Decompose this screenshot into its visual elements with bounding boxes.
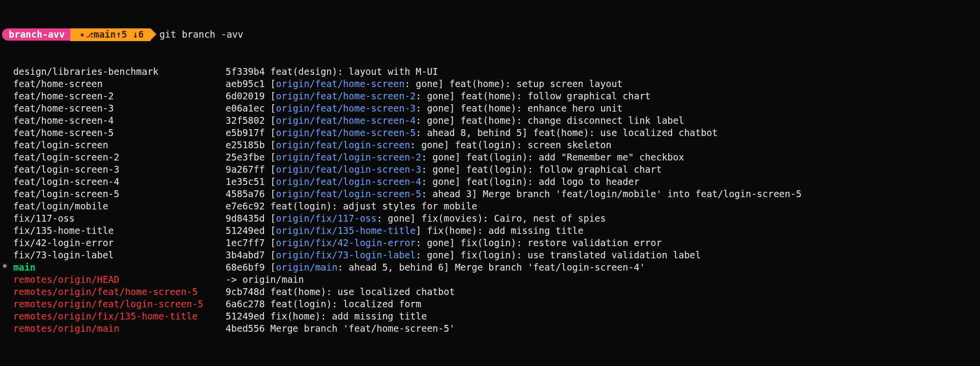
tracking-status: : gone — [416, 91, 450, 101]
commit-subject: feat(design): layout with M-UI — [270, 66, 438, 77]
upstream-ref: origin/fix/117-oss — [276, 213, 377, 224]
current-marker — [2, 139, 13, 150]
branch-row: feat/home-screen-2 6d02019 [origin/feat/… — [2, 90, 978, 102]
tracking-status: : ahead 3 — [421, 188, 472, 199]
branch-row: feat/login/mobile e7e6c92 feat(login): a… — [2, 200, 978, 212]
branch-row: design/libraries-benchmark 5f339b4 feat(… — [2, 66, 978, 78]
branch-name: remotes/origin/main — [13, 323, 226, 334]
commit-sha: 6d02019 — [226, 91, 265, 101]
tracking-status: : gone — [416, 103, 450, 114]
tracking-status: : gone — [410, 139, 444, 150]
commit-sha: e06a1ec — [226, 103, 265, 114]
commit-subject: feat(login): add "Remember me" checkbox — [466, 152, 684, 162]
upstream-ref: origin/feat/login-screen-3 — [276, 164, 421, 175]
upstream-ref: origin/fix/73-login-label — [276, 250, 416, 260]
commit-subject: feat(home): follow graphical chart — [460, 91, 651, 101]
commit-sha: 9d8435d — [226, 213, 265, 224]
commit-subject: fix(home): add missing title — [270, 311, 427, 321]
branch-name: remotes/origin/HEAD — [13, 274, 226, 285]
tracking-status: : gone — [376, 213, 410, 224]
commit-subject: feat(login): follow graphical chart — [466, 164, 662, 175]
current-marker — [2, 213, 13, 224]
commit-sha: 32f5802 — [226, 115, 265, 126]
terminal[interactable]: branch-avv✖⎇main↑5 ↓6git branch -avv des… — [0, 0, 980, 357]
commit-sha: 9a267ff — [226, 164, 265, 175]
prompt-dir-badge: branch-avv — [2, 28, 70, 41]
commit-subject: Merge branch 'feat/login-screen-4' — [455, 262, 645, 273]
tracking-status: : gone — [421, 164, 455, 175]
current-marker — [2, 323, 13, 334]
current-marker — [2, 225, 13, 236]
commit-sha: 4585a76 — [226, 188, 265, 199]
branch-name: feat/home-screen-3 — [13, 103, 226, 114]
tracking-status: : gone — [416, 250, 450, 260]
command-text: git branch -avv — [159, 29, 243, 40]
current-marker — [2, 298, 13, 309]
git-branch-icon: ⎇ — [86, 31, 93, 39]
commit-sha: 68e6bf9 — [226, 262, 265, 273]
current-marker — [2, 91, 13, 101]
commit-sha: e7e6c92 — [226, 201, 265, 211]
commit-subject: feat(home): setup screen layout — [449, 78, 623, 89]
branch-row: fix/135-home-title 51249ed [origin/fix/1… — [2, 225, 978, 237]
branch-name: main — [13, 262, 226, 273]
upstream-ref: origin/feat/home-screen-2 — [276, 91, 416, 101]
commit-subject: feat(home): change disconnect link label — [460, 115, 684, 126]
current-marker — [2, 250, 13, 260]
tracking-status: : ahead 8, behind 5 — [416, 127, 522, 138]
prompt-dir-label: branch-avv — [9, 29, 65, 40]
branch-row: fix/117-oss 9d8435d [origin/fix/117-oss:… — [2, 212, 978, 225]
tracking-status: : gone — [416, 115, 450, 126]
current-marker — [2, 274, 13, 285]
upstream-ref: origin/feat/home-screen-4 — [276, 115, 416, 126]
branch-name: feat/login-screen-5 — [13, 188, 226, 199]
commit-sha: 5f339b4 — [226, 66, 265, 77]
commit-subject: fix(login): restore validation error — [460, 237, 662, 248]
commit-subject: feat(login): screen skeleton — [455, 139, 611, 150]
branch-row: remotes/origin/fix/135-home-title 51249e… — [2, 310, 978, 322]
git-dirty-icon: ✖ — [80, 31, 84, 39]
prompt-git-badge: ✖⎇main↑5 ↓6 — [70, 28, 151, 41]
symref-arrow: -> origin/main — [226, 274, 304, 285]
branch-name: remotes/origin/fix/135-home-title — [13, 311, 226, 321]
branch-row: remotes/origin/main 4bed556 Merge branch… — [2, 322, 978, 335]
commit-sha: 4bed556 — [226, 323, 265, 334]
commit-subject: fix(home): add missing title — [427, 225, 583, 236]
branch-row: feat/home-screen-4 32f5802 [origin/feat/… — [2, 114, 978, 127]
branch-row: feat/login-screen-5 4585a76 [origin/feat… — [2, 188, 978, 200]
branch-row: feat/home-screen aeb95c1 [origin/feat/ho… — [2, 78, 978, 90]
commit-subject: feat(login): add logo to header — [466, 176, 640, 187]
branch-row: remotes/origin/HEAD -> origin/main — [2, 274, 978, 286]
current-marker — [2, 164, 13, 175]
current-marker — [2, 188, 13, 199]
branch-row: feat/home-screen-5 e5b917f [origin/feat/… — [2, 127, 978, 139]
upstream-ref: origin/feat/login-screen-5 — [276, 188, 421, 199]
commit-sha: 3b4abd7 — [226, 250, 265, 260]
branch-row: feat/login-screen-2 25e3fbe [origin/feat… — [2, 151, 978, 163]
branch-name: feat/login-screen-2 — [13, 152, 226, 162]
branch-row: fix/73-login-label 3b4abd7 [origin/fix/7… — [2, 249, 978, 261]
branch-name: feat/home-screen — [13, 78, 226, 89]
current-marker — [2, 237, 13, 248]
commit-sha: 51249ed — [226, 225, 265, 236]
branch-name: fix/42-login-error — [13, 237, 226, 248]
current-marker — [2, 176, 13, 187]
upstream-ref: origin/feat/login-screen-2 — [276, 152, 421, 162]
upstream-ref: origin/fix/135-home-title — [276, 225, 416, 236]
commit-subject: feat(home): use localized chatbot — [533, 127, 718, 138]
commit-sha: e25185b — [226, 139, 265, 150]
commit-subject: fix(movies): Cairo, nest of spies — [421, 213, 606, 224]
branch-name: fix/135-home-title — [13, 225, 226, 236]
tracking-status: : gone — [421, 176, 455, 187]
current-marker — [2, 286, 13, 297]
branch-row: remotes/origin/feat/login-screen-5 6a6c2… — [2, 298, 978, 310]
upstream-ref: origin/feat/home-screen — [276, 78, 405, 89]
branch-row: feat/login-screen e25185b [origin/feat/l… — [2, 139, 978, 151]
commit-subject: feat(home): enhance hero unit — [460, 103, 623, 114]
commit-sha: 1e35c51 — [226, 176, 265, 187]
commit-sha: e5b917f — [226, 127, 265, 138]
upstream-ref: origin/main — [276, 262, 338, 273]
current-marker — [2, 103, 13, 114]
commit-sha: aeb95c1 — [226, 78, 265, 89]
current-marker — [2, 152, 13, 162]
